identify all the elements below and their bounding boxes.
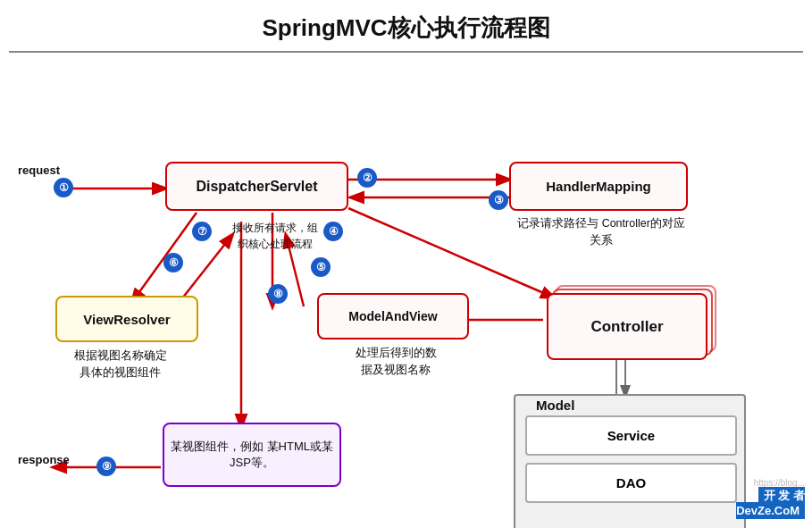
watermark-brand: 开 发 者DevZe.CoM: [736, 487, 805, 519]
response-label: response: [18, 451, 70, 469]
badge-3: ③: [489, 190, 508, 210]
badge-4: ④: [323, 222, 343, 241]
badge-8: ⑧: [268, 284, 288, 304]
watermark: https://blog... 开 发 者DevZe.CoM: [736, 478, 805, 517]
service-box: Service: [525, 415, 737, 456]
model-and-view-annotation: 处理后得到的数据及视图名称: [320, 345, 472, 379]
handler-mapping-box: HandlerMapping: [509, 162, 688, 211]
badge-6: ⑥: [163, 253, 183, 272]
badge-2: ②: [357, 168, 377, 188]
controller-box: Controller: [547, 293, 707, 360]
dispatcher-servlet-box: DispatcherServlet: [165, 162, 348, 211]
page: SpringMVC核心执行流程图: [0, 0, 812, 528]
model-label: Model: [536, 398, 574, 413]
badge-7: ⑦: [192, 222, 212, 241]
badge-5: ⑤: [311, 257, 331, 277]
handler-mapping-annotation: 记录请求路径与 Controller的对应关系: [516, 215, 686, 249]
dispatcher-annotation: 接收所有请求，组织核心处理流程: [210, 220, 339, 252]
view-resolver-box: ViewResolver: [55, 296, 198, 342]
request-label: request: [18, 162, 60, 180]
model-outer-box: [514, 394, 746, 528]
dao-box: DAO: [525, 463, 737, 503]
view-component-box: 某视图组件，例如 某HTML或某JSP等。: [163, 423, 341, 487]
diagram: ① request DispatcherServlet ② HandlerMap…: [0, 56, 812, 521]
divider: [9, 51, 803, 53]
view-resolver-annotation: 根据视图名称确定具体的视图组件: [38, 348, 203, 381]
page-title: SpringMVC核心执行流程图: [0, 0, 812, 51]
badge-1: ①: [54, 178, 73, 197]
model-and-view-box: ModelAndView: [317, 293, 469, 339]
badge-9: ⑨: [96, 457, 116, 476]
